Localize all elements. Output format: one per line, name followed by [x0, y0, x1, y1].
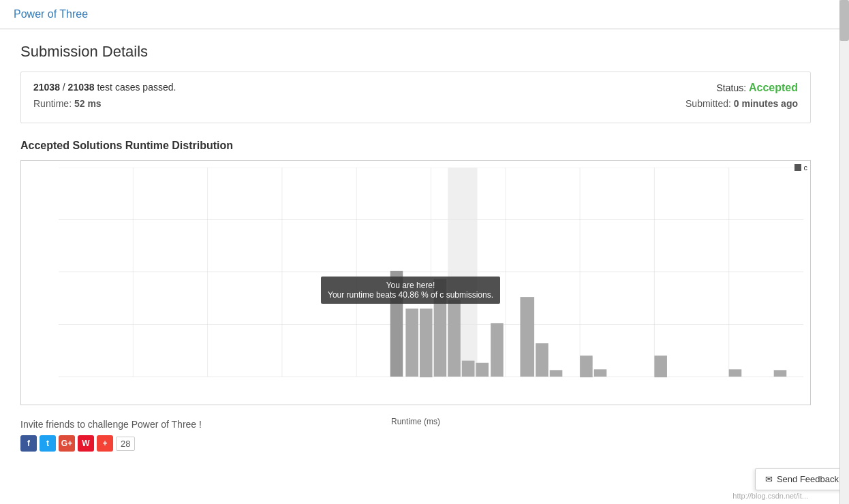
test-cases-total: 21038 [68, 82, 95, 93]
chart-title: Accepted Solutions Runtime Distribution [20, 140, 811, 152]
svg-rect-31 [420, 309, 433, 377]
chart-section: Accepted Solutions Runtime Distribution … [20, 140, 811, 405]
chart-container: Distribution (%) 15 [20, 160, 811, 405]
facebook-share-button[interactable]: f [20, 435, 37, 452]
svg-rect-43 [729, 369, 742, 377]
top-bar: Power of Three [0, 0, 849, 29]
share-count: 28 [116, 437, 135, 451]
chart-legend: c [794, 163, 808, 172]
x-axis-label: Runtime (ms) [391, 417, 440, 426]
svg-rect-44 [774, 370, 787, 377]
twitter-share-button[interactable]: t [40, 435, 56, 452]
submitted-value: 0 minutes ago [734, 98, 798, 109]
more-share-button[interactable]: + [97, 435, 113, 452]
svg-rect-39 [550, 370, 563, 377]
page-title: Submission Details [20, 43, 811, 61]
status-label: Status: [716, 82, 746, 93]
legend-color-box [794, 164, 801, 171]
svg-rect-32 [434, 279, 447, 377]
submitted-label: Submitted: [685, 98, 731, 109]
submission-card: 21038 / 21038 test cases passed. Status:… [20, 72, 811, 123]
runtime-label: Runtime: [33, 98, 72, 109]
svg-rect-33 [448, 300, 461, 377]
social-buttons: f t G+ W + 28 [20, 435, 811, 452]
main-content: Submission Details 21038 / 21038 test ca… [0, 29, 831, 465]
test-cases-info: 21038 / 21038 test cases passed. [33, 82, 176, 94]
svg-rect-29 [390, 271, 403, 377]
submission-bottom-row: Runtime: 52 ms Submitted: 0 minutes ago [33, 98, 798, 109]
svg-rect-41 [594, 369, 607, 377]
svg-rect-40 [580, 356, 593, 377]
test-cases-label: test cases passed. [97, 82, 176, 93]
scrollbar-thumb[interactable] [839, 0, 849, 41]
submitted-line: Submitted: 0 minutes ago [685, 98, 798, 109]
googleplus-share-button[interactable]: G+ [59, 435, 75, 452]
runtime-line: Runtime: 52 ms [33, 98, 102, 109]
submission-top-row: 21038 / 21038 test cases passed. Status:… [33, 82, 798, 94]
status-value: Accepted [749, 82, 798, 93]
status-area: Status: Accepted [716, 82, 798, 94]
runtime-value: 52 ms [74, 98, 102, 109]
legend-label: c [804, 163, 808, 172]
problem-link[interactable]: Power of Three [14, 8, 88, 20]
svg-rect-42 [654, 356, 667, 377]
svg-rect-30 [405, 309, 418, 377]
chart-svg: 15 10 5 0 0 10 20 30 40 50 60 70 80 90 [59, 168, 803, 377]
svg-rect-35 [476, 363, 489, 377]
svg-rect-34 [462, 361, 475, 377]
svg-rect-36 [491, 323, 504, 377]
weibo-share-button[interactable]: W [78, 435, 94, 452]
svg-rect-38 [536, 343, 549, 377]
svg-rect-37 [520, 297, 534, 377]
test-cases-passed: 21038 [33, 82, 60, 93]
scrollbar[interactable] [839, 0, 849, 465]
